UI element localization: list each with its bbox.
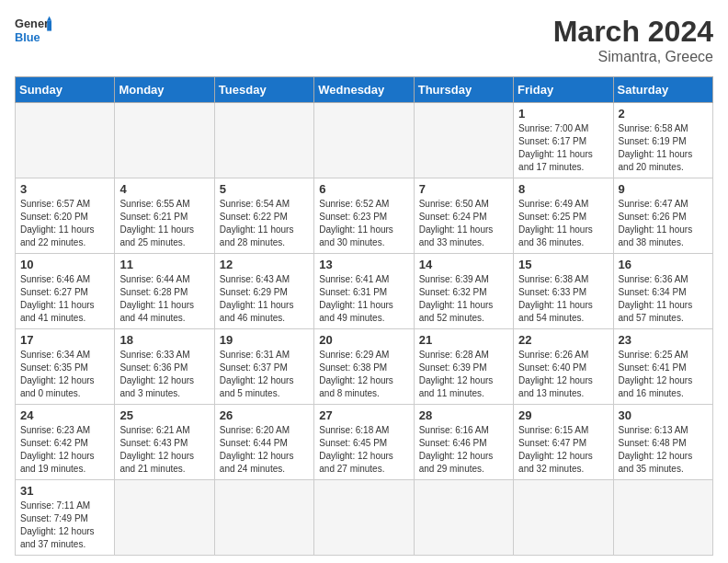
day-sun-info: Sunrise: 6:16 AM Sunset: 6:46 PM Dayligh… <box>419 424 508 476</box>
calendar-cell: 28Sunrise: 6:16 AM Sunset: 6:46 PM Dayli… <box>414 405 513 480</box>
day-number: 10 <box>20 258 109 271</box>
day-number: 19 <box>220 333 309 347</box>
calendar-cell: 27Sunrise: 6:18 AM Sunset: 6:45 PM Dayli… <box>314 405 414 480</box>
calendar-week-row: 1Sunrise: 7:00 AM Sunset: 6:17 PM Daylig… <box>16 103 713 178</box>
calendar-cell: 5Sunrise: 6:54 AM Sunset: 6:22 PM Daylig… <box>214 178 313 254</box>
calendar-cell: 25Sunrise: 6:21 AM Sunset: 6:43 PM Dayli… <box>115 405 214 480</box>
calendar-cell: 22Sunrise: 6:26 AM Sunset: 6:40 PM Dayli… <box>514 329 613 405</box>
calendar-week-row: 24Sunrise: 6:23 AM Sunset: 6:42 PM Dayli… <box>16 405 713 480</box>
calendar-week-row: 17Sunrise: 6:34 AM Sunset: 6:35 PM Dayli… <box>16 329 713 405</box>
weekday-header-saturday: Saturday <box>613 77 712 103</box>
day-sun-info: Sunrise: 6:57 AM Sunset: 6:20 PM Dayligh… <box>20 198 109 249</box>
calendar-cell: 7Sunrise: 6:50 AM Sunset: 6:24 PM Daylig… <box>414 178 513 254</box>
calendar-cell: 15Sunrise: 6:38 AM Sunset: 6:33 PM Dayli… <box>514 254 613 329</box>
day-number: 24 <box>20 408 109 422</box>
weekday-header-wednesday: Wednesday <box>314 77 414 103</box>
day-sun-info: Sunrise: 6:25 AM Sunset: 6:41 PM Dayligh… <box>619 349 708 400</box>
day-number: 9 <box>619 182 708 196</box>
day-sun-info: Sunrise: 6:47 AM Sunset: 6:26 PM Dayligh… <box>619 198 708 249</box>
calendar-cell: 21Sunrise: 6:28 AM Sunset: 6:39 PM Dayli… <box>414 329 513 405</box>
day-sun-info: Sunrise: 6:46 AM Sunset: 6:27 PM Dayligh… <box>20 273 109 325</box>
day-number: 28 <box>419 408 508 422</box>
calendar-cell: 19Sunrise: 6:31 AM Sunset: 6:37 PM Dayli… <box>214 329 313 405</box>
month-year-title: March 2024 <box>553 15 713 49</box>
calendar-cell: 24Sunrise: 6:23 AM Sunset: 6:42 PM Dayli… <box>16 405 115 480</box>
day-sun-info: Sunrise: 6:23 AM Sunset: 6:42 PM Dayligh… <box>20 424 109 476</box>
day-number: 18 <box>119 333 209 347</box>
calendar-cell: 9Sunrise: 6:47 AM Sunset: 6:26 PM Daylig… <box>613 178 712 254</box>
day-number: 5 <box>220 182 309 196</box>
weekday-header-monday: Monday <box>115 77 214 103</box>
day-sun-info: Sunrise: 6:15 AM Sunset: 6:47 PM Dayligh… <box>518 424 608 476</box>
generalblue-logo-icon: General Blue <box>15 15 51 44</box>
day-sun-info: Sunrise: 7:11 AM Sunset: 7:49 PM Dayligh… <box>20 500 109 551</box>
day-number: 3 <box>20 182 109 196</box>
day-sun-info: Sunrise: 6:54 AM Sunset: 6:22 PM Dayligh… <box>220 198 309 249</box>
day-sun-info: Sunrise: 6:50 AM Sunset: 6:24 PM Dayligh… <box>419 198 508 249</box>
day-number: 6 <box>319 182 408 196</box>
calendar-table: SundayMondayTuesdayWednesdayThursdayFrid… <box>15 76 713 556</box>
page-header: General Blue March 2024 Simantra, Greece <box>15 15 713 65</box>
day-sun-info: Sunrise: 6:28 AM Sunset: 6:39 PM Dayligh… <box>419 349 508 400</box>
day-number: 30 <box>619 408 708 422</box>
weekday-header-tuesday: Tuesday <box>214 77 313 103</box>
calendar-cell: 18Sunrise: 6:33 AM Sunset: 6:36 PM Dayli… <box>115 329 214 405</box>
day-number: 15 <box>518 258 608 271</box>
calendar-cell: 17Sunrise: 6:34 AM Sunset: 6:35 PM Dayli… <box>16 329 115 405</box>
calendar-cell: 3Sunrise: 6:57 AM Sunset: 6:20 PM Daylig… <box>16 178 115 254</box>
calendar-cell <box>613 480 712 556</box>
day-sun-info: Sunrise: 6:55 AM Sunset: 6:21 PM Dayligh… <box>119 198 209 249</box>
day-number: 31 <box>20 484 109 498</box>
day-sun-info: Sunrise: 6:52 AM Sunset: 6:23 PM Dayligh… <box>319 198 408 249</box>
svg-text:General: General <box>15 17 51 30</box>
calendar-cell: 26Sunrise: 6:20 AM Sunset: 6:44 PM Dayli… <box>214 405 313 480</box>
day-sun-info: Sunrise: 6:18 AM Sunset: 6:45 PM Dayligh… <box>319 424 408 476</box>
day-sun-info: Sunrise: 6:31 AM Sunset: 6:37 PM Dayligh… <box>220 349 309 400</box>
day-sun-info: Sunrise: 6:38 AM Sunset: 6:33 PM Dayligh… <box>518 273 608 325</box>
calendar-week-row: 3Sunrise: 6:57 AM Sunset: 6:20 PM Daylig… <box>16 178 713 254</box>
calendar-cell: 12Sunrise: 6:43 AM Sunset: 6:29 PM Dayli… <box>214 254 313 329</box>
calendar-title-section: March 2024 Simantra, Greece <box>553 15 713 65</box>
location-subtitle: Simantra, Greece <box>553 49 713 65</box>
weekday-header-friday: Friday <box>514 77 613 103</box>
day-sun-info: Sunrise: 6:39 AM Sunset: 6:32 PM Dayligh… <box>419 273 508 325</box>
calendar-cell <box>414 480 513 556</box>
day-sun-info: Sunrise: 6:49 AM Sunset: 6:25 PM Dayligh… <box>518 198 608 249</box>
day-sun-info: Sunrise: 6:41 AM Sunset: 6:31 PM Dayligh… <box>319 273 408 325</box>
logo: General Blue <box>15 15 51 44</box>
svg-rect-3 <box>47 20 51 30</box>
calendar-cell: 10Sunrise: 6:46 AM Sunset: 6:27 PM Dayli… <box>16 254 115 329</box>
calendar-cell: 8Sunrise: 6:49 AM Sunset: 6:25 PM Daylig… <box>514 178 613 254</box>
calendar-cell: 2Sunrise: 6:58 AM Sunset: 6:19 PM Daylig… <box>613 103 712 178</box>
day-sun-info: Sunrise: 6:33 AM Sunset: 6:36 PM Dayligh… <box>119 349 209 400</box>
day-number: 13 <box>319 258 408 271</box>
weekday-header-sunday: Sunday <box>16 77 115 103</box>
calendar-cell: 23Sunrise: 6:25 AM Sunset: 6:41 PM Dayli… <box>613 329 712 405</box>
calendar-cell <box>214 103 313 178</box>
calendar-cell: 6Sunrise: 6:52 AM Sunset: 6:23 PM Daylig… <box>314 178 414 254</box>
calendar-cell: 29Sunrise: 6:15 AM Sunset: 6:47 PM Dayli… <box>514 405 613 480</box>
calendar-cell: 1Sunrise: 7:00 AM Sunset: 6:17 PM Daylig… <box>514 103 613 178</box>
day-sun-info: Sunrise: 6:36 AM Sunset: 6:34 PM Dayligh… <box>619 273 708 325</box>
calendar-cell <box>314 103 414 178</box>
calendar-cell <box>16 103 115 178</box>
day-number: 1 <box>518 107 608 121</box>
calendar-cell <box>115 103 214 178</box>
day-number: 29 <box>518 408 608 422</box>
day-sun-info: Sunrise: 6:26 AM Sunset: 6:40 PM Dayligh… <box>518 349 608 400</box>
weekday-header-thursday: Thursday <box>414 77 513 103</box>
day-sun-info: Sunrise: 6:43 AM Sunset: 6:29 PM Dayligh… <box>220 273 309 325</box>
calendar-cell: 16Sunrise: 6:36 AM Sunset: 6:34 PM Dayli… <box>613 254 712 329</box>
day-number: 26 <box>220 408 309 422</box>
day-number: 7 <box>419 182 508 196</box>
calendar-cell: 13Sunrise: 6:41 AM Sunset: 6:31 PM Dayli… <box>314 254 414 329</box>
day-number: 16 <box>619 258 708 271</box>
calendar-cell: 4Sunrise: 6:55 AM Sunset: 6:21 PM Daylig… <box>115 178 214 254</box>
day-sun-info: Sunrise: 6:20 AM Sunset: 6:44 PM Dayligh… <box>220 424 309 476</box>
day-number: 23 <box>619 333 708 347</box>
day-sun-info: Sunrise: 6:44 AM Sunset: 6:28 PM Dayligh… <box>119 273 209 325</box>
svg-text:Blue: Blue <box>15 30 40 44</box>
weekday-header-row: SundayMondayTuesdayWednesdayThursdayFrid… <box>16 77 713 103</box>
calendar-cell <box>214 480 313 556</box>
calendar-cell: 20Sunrise: 6:29 AM Sunset: 6:38 PM Dayli… <box>314 329 414 405</box>
